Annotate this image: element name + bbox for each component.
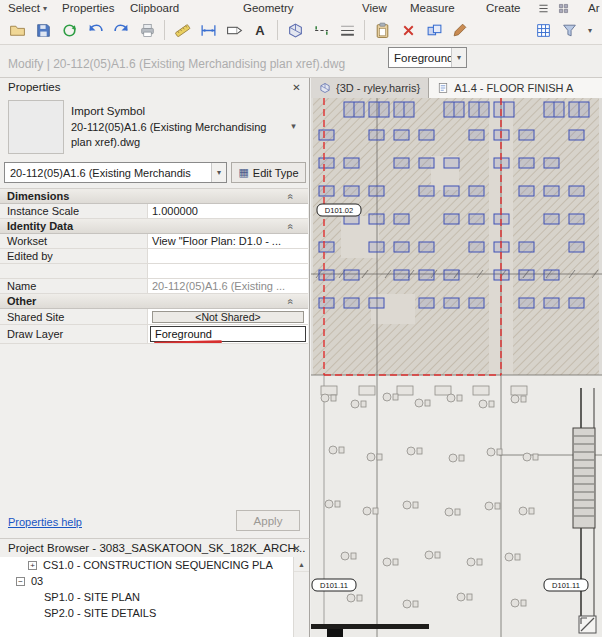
drawing-canvas[interactable]: D101.02 D101.11 D101.11 bbox=[311, 98, 602, 637]
chevron-down-icon[interactable]: ▾ bbox=[451, 48, 466, 67]
tab-view[interactable]: View bbox=[362, 0, 387, 16]
options-bar: Modify | 20-112(05)A1.6 (Existing Mercha… bbox=[0, 45, 602, 78]
chevron-down-icon[interactable]: ▾ bbox=[211, 163, 226, 182]
collapse-chevron-icon[interactable]: « bbox=[286, 224, 297, 230]
tree-item-label: SP2.0 - SITE DETAILS bbox=[44, 607, 156, 619]
property-grid: Dimensions « Instance Scale 1.000000 Ide… bbox=[0, 188, 308, 344]
scroll-up-icon[interactable]: ▲ bbox=[294, 557, 309, 572]
toolbar-overflow-icon[interactable]: ▾ bbox=[583, 26, 597, 35]
collapse-minus-icon[interactable]: − bbox=[16, 577, 25, 586]
ribbon-toolbar: A ▾ bbox=[0, 16, 602, 45]
import-name-line1: 20-112(05)A1.6 (Existing Merchandising bbox=[71, 121, 266, 133]
close-icon[interactable]: ✕ bbox=[289, 80, 304, 94]
thin-lines-icon[interactable] bbox=[335, 18, 359, 42]
door-tag[interactable]: D101.11 bbox=[544, 579, 588, 591]
property-value[interactable]: 1.000000 bbox=[148, 204, 308, 218]
undo-icon[interactable] bbox=[83, 18, 107, 42]
tab-clipboard[interactable]: Clipboard bbox=[130, 0, 179, 16]
property-row-workset: Workset View "Floor Plan: D1.0 - ... bbox=[0, 234, 308, 249]
tab-create[interactable]: Create bbox=[486, 0, 521, 16]
edit-type-label: Edit Type bbox=[253, 167, 299, 179]
measure-icon[interactable] bbox=[170, 18, 194, 42]
apply-button[interactable]: Apply bbox=[236, 510, 300, 531]
open-icon[interactable] bbox=[5, 18, 29, 42]
view-3d-icon[interactable] bbox=[283, 18, 307, 42]
property-label: Name bbox=[0, 279, 148, 293]
paint-icon[interactable] bbox=[448, 18, 472, 42]
tab-arrange[interactable]: Ar bbox=[588, 0, 600, 16]
tab-select[interactable]: Select▾ bbox=[8, 0, 47, 16]
tree-item-03[interactable]: − 03 bbox=[0, 573, 294, 589]
view-tab-label: A1.4 - FLOOR FINISH A bbox=[454, 82, 573, 94]
save-icon[interactable] bbox=[31, 18, 55, 42]
drawing-area: {3D - ryley.harris} A1.4 - FLOOR FINISH … bbox=[311, 78, 602, 637]
section-identity-data[interactable]: Identity Data « bbox=[0, 219, 308, 234]
door-tag[interactable]: D101.11 bbox=[312, 579, 356, 591]
draw-layer-dropdown-value: Foreground bbox=[389, 52, 451, 64]
tree-item-cs1[interactable]: + CS1.0 - CONSTRUCTION SEQUENCING PLA bbox=[0, 557, 294, 573]
property-value[interactable]: 20-112(05)A1.6 (Existing ... bbox=[148, 279, 308, 293]
tree-item-label: SP1.0 - SITE PLAN bbox=[44, 591, 140, 603]
text-icon[interactable]: A bbox=[248, 18, 272, 42]
draw-layer-dropdown[interactable]: Foreground ▾ bbox=[388, 47, 467, 68]
collapse-chevron-icon[interactable]: « bbox=[286, 299, 297, 305]
tab-properties[interactable]: Properties bbox=[62, 0, 114, 16]
aligned-dimension-icon[interactable] bbox=[196, 18, 220, 42]
property-row-name: Name 20-112(05)A1.6 (Existing ... bbox=[0, 279, 308, 294]
paste-icon[interactable] bbox=[370, 18, 394, 42]
property-value: <Not Shared> bbox=[148, 309, 308, 324]
panel-grid-icon[interactable] bbox=[556, 1, 571, 15]
section-icon[interactable] bbox=[309, 18, 333, 42]
filter-icon[interactable] bbox=[557, 18, 581, 42]
tree-item-sp2[interactable]: SP2.0 - SITE DETAILS bbox=[0, 605, 294, 621]
sync-icon[interactable] bbox=[57, 18, 81, 42]
bottom-wall-block bbox=[327, 629, 343, 637]
door-tag[interactable]: D101.02 bbox=[317, 204, 361, 216]
view-tab-sheet[interactable]: A1.4 - FLOOR FINISH A bbox=[429, 78, 602, 98]
view-tab-label: {3D - ryley.harris} bbox=[336, 82, 420, 94]
svg-text:D101.11: D101.11 bbox=[552, 581, 580, 590]
import-symbol-label: Import Symbol bbox=[71, 105, 145, 117]
tree-scrollbar[interactable]: ▲ bbox=[293, 557, 309, 637]
chevron-down-icon[interactable]: ▾ bbox=[286, 118, 301, 134]
print-icon[interactable] bbox=[135, 18, 159, 42]
shared-site-button[interactable]: <Not Shared> bbox=[152, 311, 304, 323]
section-other[interactable]: Other « bbox=[0, 294, 308, 309]
toolbar-separator bbox=[277, 20, 278, 40]
property-value[interactable] bbox=[148, 264, 308, 278]
draw-layer-input[interactable]: Foreground bbox=[150, 326, 306, 342]
property-row-edited-by: Edited by bbox=[0, 249, 308, 264]
property-label: Edited by bbox=[0, 249, 148, 263]
delete-icon[interactable] bbox=[396, 18, 420, 42]
red-annotation-underline bbox=[154, 340, 222, 343]
join-geometry-icon[interactable] bbox=[422, 18, 446, 42]
property-row-instance-scale: Instance Scale 1.000000 bbox=[0, 204, 308, 219]
tag-icon[interactable] bbox=[222, 18, 246, 42]
grid-icon[interactable] bbox=[531, 18, 555, 42]
draw-layer-input-value: Foreground bbox=[155, 328, 212, 340]
toolbar-separator bbox=[164, 20, 165, 40]
properties-help-link[interactable]: Properties help bbox=[8, 516, 82, 528]
tab-geometry[interactable]: Geometry bbox=[243, 0, 294, 16]
project-browser-title[interactable]: Project Browser - 3083_SASKATOON_SK_182K… bbox=[0, 539, 309, 557]
expand-plus-icon[interactable]: + bbox=[28, 561, 37, 570]
edit-type-button[interactable]: ▦ Edit Type bbox=[231, 162, 306, 183]
property-value[interactable]: View "Floor Plan: D1.0 - ... bbox=[148, 234, 308, 248]
section-dimensions[interactable]: Dimensions « bbox=[0, 189, 308, 204]
property-value[interactable] bbox=[148, 249, 308, 263]
close-icon[interactable]: ✕ bbox=[289, 541, 304, 555]
svg-text:D101.02: D101.02 bbox=[325, 206, 353, 215]
project-browser-panel: Project Browser - 3083_SASKATOON_SK_182K… bbox=[0, 538, 310, 637]
properties-panel: Properties ✕ Import Symbol 20-112(05)A1.… bbox=[0, 78, 310, 538]
tab-measure[interactable]: Measure bbox=[410, 0, 455, 16]
ribbon-tab-bar: Select▾ Properties Clipboard Geometry Vi… bbox=[0, 0, 602, 16]
modify-context-label: Modify | 20-112(05)A1.6 (Existing Mercha… bbox=[8, 57, 345, 71]
type-selector-dropdown[interactable]: 20-112(05)A1.6 (Existing Merchandis ▾ bbox=[4, 162, 227, 183]
tree-item-sp1[interactable]: SP1.0 - SITE PLAN bbox=[0, 589, 294, 605]
properties-panel-title[interactable]: Properties bbox=[0, 78, 309, 96]
panel-list-icon[interactable] bbox=[536, 1, 551, 15]
view-tab-3d[interactable]: {3D - ryley.harris} bbox=[311, 78, 429, 98]
redo-icon[interactable] bbox=[109, 18, 133, 42]
tab-select-label: Select bbox=[8, 2, 40, 14]
collapse-chevron-icon[interactable]: « bbox=[286, 194, 297, 200]
